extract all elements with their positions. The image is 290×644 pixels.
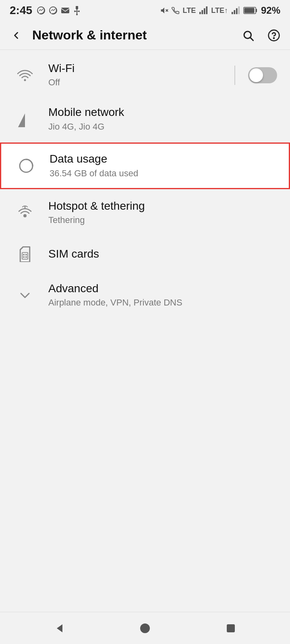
mobile-network-content: Mobile network Jio 4G, Jio 4G xyxy=(48,105,277,133)
wifi-title: Wi-Fi xyxy=(48,61,234,76)
help-icon xyxy=(267,29,280,42)
hotspot-subtitle: Tethering xyxy=(48,214,277,227)
svg-rect-33 xyxy=(23,256,25,258)
svg-point-8 xyxy=(78,10,80,12)
svg-rect-14 xyxy=(206,6,208,14)
svg-line-23 xyxy=(251,37,253,40)
app-bar: Network & internet xyxy=(0,21,290,50)
data-usage-content: Data usage 36.54 GB of data used xyxy=(50,152,276,180)
wifi-toggle[interactable] xyxy=(248,67,277,83)
wifi-divider xyxy=(234,66,235,85)
settings-item-sim-cards[interactable]: SIM cards xyxy=(0,235,290,273)
svg-rect-16 xyxy=(234,10,235,14)
nav-home-button[interactable] xyxy=(129,616,161,640)
signal-bars2-icon xyxy=(231,6,240,15)
wifi-content: Wi-Fi Off xyxy=(48,61,234,89)
wifi-icon xyxy=(16,68,34,83)
svg-point-29 xyxy=(23,214,27,217)
mobile-network-subtitle: Jio 4G, Jio 4G xyxy=(48,121,277,133)
data-icon-container xyxy=(14,158,38,174)
advanced-title: Advanced xyxy=(48,281,277,296)
help-button[interactable] xyxy=(264,26,284,45)
wifi-icon-container xyxy=(13,68,37,83)
svg-point-25 xyxy=(273,37,274,38)
settings-item-advanced[interactable]: Advanced Airplane mode, VPN, Private DNS xyxy=(0,273,290,317)
mute-icon xyxy=(160,6,168,15)
hotspot-icon xyxy=(17,204,33,221)
svg-rect-11 xyxy=(199,12,201,14)
advanced-content: Advanced Airplane mode, VPN, Private DNS xyxy=(48,281,277,309)
nav-back-icon xyxy=(53,622,66,635)
wifi-subtitle: Off xyxy=(48,76,234,89)
nav-recent-button[interactable] xyxy=(215,616,247,640)
lte-plus-badge: LTE↑ xyxy=(211,6,228,15)
data-usage-subtitle: 36.54 GB of data used xyxy=(50,167,276,180)
gmail-icon xyxy=(60,6,70,15)
svg-rect-20 xyxy=(256,9,257,12)
settings-item-mobile-network[interactable]: Mobile network Jio 4G, Jio 4G xyxy=(0,97,290,141)
hotspot-content: Hotspot & tethering Tethering xyxy=(48,199,277,227)
svg-rect-30 xyxy=(22,252,28,259)
signal-icon xyxy=(18,111,32,127)
battery-percent: 92% xyxy=(261,5,280,16)
signal-icon-container xyxy=(13,111,37,127)
app-bar-actions xyxy=(238,26,284,45)
usb-icon xyxy=(72,6,81,15)
settings-item-data-usage[interactable]: Data usage 36.54 GB of data used xyxy=(0,142,290,189)
bottom-nav xyxy=(0,612,290,644)
svg-rect-3 xyxy=(76,6,78,9)
search-icon xyxy=(242,29,254,41)
sim-cards-content: SIM cards xyxy=(48,247,277,261)
back-button[interactable] xyxy=(6,26,26,45)
battery-icon xyxy=(243,6,258,15)
sim-icon xyxy=(18,246,32,262)
svg-rect-21 xyxy=(244,8,254,13)
status-time-area: 2:45 xyxy=(10,4,81,17)
search-button[interactable] xyxy=(238,26,258,45)
svg-point-26 xyxy=(24,79,26,81)
messenger2-icon xyxy=(48,6,58,15)
wifi-toggle-thumb xyxy=(249,68,263,82)
sim-icon-container xyxy=(13,246,37,262)
nav-back-button[interactable] xyxy=(43,616,75,640)
sim-cards-title: SIM cards xyxy=(48,247,277,261)
phone-icon xyxy=(172,6,180,15)
nav-recent-icon xyxy=(225,623,236,634)
data-usage-title: Data usage xyxy=(50,152,276,166)
hotspot-icon-container xyxy=(13,204,37,221)
status-time: 2:45 xyxy=(10,4,32,17)
content-spacer xyxy=(0,466,290,612)
signal-bars-icon xyxy=(199,6,208,15)
svg-point-7 xyxy=(74,10,76,12)
svg-rect-34 xyxy=(25,256,27,258)
status-right-area: LTE LTE↑ 92% xyxy=(160,5,280,16)
svg-rect-12 xyxy=(202,10,203,14)
mobile-network-title: Mobile network xyxy=(48,105,277,120)
settings-item-hotspot[interactable]: Hotspot & tethering Tethering xyxy=(0,191,290,235)
back-arrow-icon xyxy=(10,30,22,41)
advanced-icon-container xyxy=(13,288,37,302)
svg-rect-31 xyxy=(23,254,25,256)
svg-rect-32 xyxy=(25,254,27,256)
messenger-icon xyxy=(36,6,46,15)
svg-rect-15 xyxy=(232,12,233,14)
wifi-right xyxy=(234,66,277,85)
svg-rect-13 xyxy=(204,8,205,14)
status-notification-icons xyxy=(36,6,81,15)
svg-rect-18 xyxy=(238,6,240,14)
svg-marker-35 xyxy=(57,624,62,632)
nav-home-icon xyxy=(139,623,151,634)
hotspot-title: Hotspot & tethering xyxy=(48,199,277,213)
chevron-down-icon xyxy=(18,288,32,302)
svg-point-5 xyxy=(76,14,78,15)
svg-point-36 xyxy=(140,623,150,633)
settings-item-wifi[interactable]: Wi-Fi Off xyxy=(0,53,290,97)
svg-rect-2 xyxy=(61,8,69,13)
lte-badge: LTE xyxy=(183,6,196,15)
svg-marker-27 xyxy=(18,113,25,127)
svg-rect-37 xyxy=(227,624,235,632)
settings-list: Wi-Fi Off Mobile network Jio 4G, Jio 4G xyxy=(0,50,290,466)
data-usage-icon xyxy=(18,158,34,174)
page-title: Network & internet xyxy=(32,28,232,43)
advanced-subtitle: Airplane mode, VPN, Private DNS xyxy=(48,297,277,309)
